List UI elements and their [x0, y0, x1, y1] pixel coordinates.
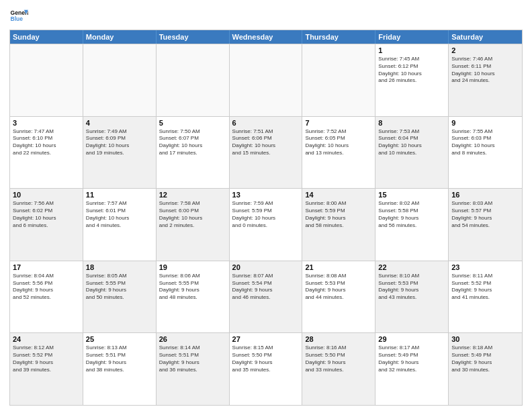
calendar-cell: 21Sunrise: 8:08 AMSunset: 5:53 PMDayligh…	[302, 261, 375, 333]
cell-info: Sunrise: 8:03 AMSunset: 5:57 PMDaylight:…	[451, 200, 519, 229]
weekday-header-friday: Friday	[375, 30, 449, 44]
calendar-cell: 30Sunrise: 8:18 AMSunset: 5:49 PMDayligh…	[449, 333, 522, 405]
day-number: 15	[378, 191, 445, 199]
calendar-cell	[230, 44, 303, 116]
cell-info: Sunrise: 7:59 AMSunset: 5:59 PMDaylight:…	[232, 200, 300, 229]
cell-info: Sunrise: 8:16 AMSunset: 5:50 PMDaylight:…	[305, 345, 372, 373]
calendar-row-4: 24Sunrise: 8:12 AMSunset: 5:52 PMDayligh…	[10, 332, 522, 405]
day-number: 14	[305, 191, 372, 199]
day-number: 26	[159, 335, 226, 343]
calendar-row-2: 10Sunrise: 7:56 AMSunset: 6:02 PMDayligh…	[10, 188, 522, 261]
cell-info: Sunrise: 8:02 AMSunset: 5:58 PMDaylight:…	[378, 200, 445, 229]
cell-info: Sunrise: 7:58 AMSunset: 6:00 PMDaylight:…	[159, 200, 226, 229]
calendar-body: 1Sunrise: 7:45 AMSunset: 6:12 PMDaylight…	[10, 44, 522, 405]
calendar-cell	[10, 44, 83, 116]
calendar-cell: 5Sunrise: 7:50 AMSunset: 6:07 PMDaylight…	[157, 117, 230, 189]
calendar: SundayMondayTuesdayWednesdayThursdayFrid…	[9, 30, 523, 406]
calendar-cell: 10Sunrise: 7:56 AMSunset: 6:02 PMDayligh…	[10, 189, 83, 261]
calendar-cell: 8Sunrise: 7:53 AMSunset: 6:04 PMDaylight…	[375, 117, 449, 189]
day-number: 13	[232, 191, 300, 199]
calendar-cell: 28Sunrise: 8:16 AMSunset: 5:50 PMDayligh…	[302, 333, 375, 405]
cell-info: Sunrise: 8:05 AMSunset: 5:55 PMDaylight:…	[86, 273, 153, 302]
cell-info: Sunrise: 8:11 AMSunset: 5:52 PMDaylight:…	[451, 273, 519, 302]
day-number: 2	[451, 46, 519, 54]
cell-info: Sunrise: 7:51 AMSunset: 6:06 PMDaylight:…	[232, 128, 300, 157]
page-header: General Blue	[9, 7, 523, 26]
day-number: 6	[232, 119, 300, 127]
cell-info: Sunrise: 7:52 AMSunset: 6:05 PMDaylight:…	[305, 128, 372, 157]
day-number: 29	[378, 335, 445, 343]
day-number: 20	[232, 263, 300, 271]
cell-info: Sunrise: 7:46 AMSunset: 6:11 PMDaylight:…	[451, 56, 519, 85]
day-number: 12	[159, 191, 226, 199]
calendar-cell: 25Sunrise: 8:13 AMSunset: 5:51 PMDayligh…	[83, 333, 157, 405]
weekday-header-monday: Monday	[83, 30, 157, 44]
day-number: 16	[451, 191, 519, 199]
calendar-row-3: 17Sunrise: 8:04 AMSunset: 5:56 PMDayligh…	[10, 261, 522, 333]
calendar-cell	[157, 44, 230, 116]
cell-info: Sunrise: 7:56 AMSunset: 6:02 PMDaylight:…	[13, 200, 80, 229]
cell-info: Sunrise: 8:17 AMSunset: 5:49 PMDaylight:…	[378, 345, 445, 373]
cell-info: Sunrise: 7:55 AMSunset: 6:03 PMDaylight:…	[451, 128, 519, 157]
cell-info: Sunrise: 8:13 AMSunset: 5:51 PMDaylight:…	[86, 345, 153, 373]
day-number: 21	[305, 263, 372, 271]
day-number: 28	[305, 335, 372, 343]
cell-info: Sunrise: 8:08 AMSunset: 5:53 PMDaylight:…	[305, 273, 372, 302]
day-number: 23	[451, 263, 519, 271]
cell-info: Sunrise: 8:14 AMSunset: 5:51 PMDaylight:…	[159, 345, 226, 373]
cell-info: Sunrise: 7:49 AMSunset: 6:09 PMDaylight:…	[86, 128, 153, 157]
calendar-cell: 3Sunrise: 7:47 AMSunset: 6:10 PMDaylight…	[10, 117, 83, 189]
cell-info: Sunrise: 8:18 AMSunset: 5:49 PMDaylight:…	[451, 345, 519, 373]
day-number: 11	[86, 191, 153, 199]
calendar-cell: 18Sunrise: 8:05 AMSunset: 5:55 PMDayligh…	[83, 261, 157, 333]
calendar-cell: 16Sunrise: 8:03 AMSunset: 5:57 PMDayligh…	[449, 189, 522, 261]
logo: General Blue	[9, 7, 31, 26]
calendar-cell: 6Sunrise: 7:51 AMSunset: 6:06 PMDaylight…	[230, 117, 303, 189]
calendar-cell: 20Sunrise: 8:07 AMSunset: 5:54 PMDayligh…	[230, 261, 303, 333]
cell-info: Sunrise: 8:04 AMSunset: 5:56 PMDaylight:…	[13, 273, 80, 302]
cell-info: Sunrise: 7:47 AMSunset: 6:10 PMDaylight:…	[13, 128, 80, 157]
day-number: 27	[232, 335, 300, 343]
day-number: 9	[451, 119, 519, 127]
calendar-row-0: 1Sunrise: 7:45 AMSunset: 6:12 PMDaylight…	[10, 44, 522, 116]
cell-info: Sunrise: 8:07 AMSunset: 5:54 PMDaylight:…	[232, 273, 300, 302]
calendar-cell: 12Sunrise: 7:58 AMSunset: 6:00 PMDayligh…	[157, 189, 230, 261]
calendar-cell: 4Sunrise: 7:49 AMSunset: 6:09 PMDaylight…	[83, 117, 157, 189]
day-number: 17	[13, 263, 80, 271]
day-number: 22	[378, 263, 445, 271]
cell-info: Sunrise: 8:00 AMSunset: 5:59 PMDaylight:…	[305, 200, 372, 229]
weekday-header-thursday: Thursday	[302, 30, 375, 44]
day-number: 1	[378, 46, 445, 54]
calendar-cell: 22Sunrise: 8:10 AMSunset: 5:53 PMDayligh…	[375, 261, 449, 333]
calendar-cell: 23Sunrise: 8:11 AMSunset: 5:52 PMDayligh…	[449, 261, 522, 333]
calendar-cell: 14Sunrise: 8:00 AMSunset: 5:59 PMDayligh…	[302, 189, 375, 261]
calendar-cell: 13Sunrise: 7:59 AMSunset: 5:59 PMDayligh…	[230, 189, 303, 261]
logo-icon: General Blue	[9, 7, 28, 26]
calendar-row-1: 3Sunrise: 7:47 AMSunset: 6:10 PMDaylight…	[10, 116, 522, 189]
cell-info: Sunrise: 8:10 AMSunset: 5:53 PMDaylight:…	[378, 273, 445, 302]
day-number: 24	[13, 335, 80, 343]
calendar-cell: 27Sunrise: 8:15 AMSunset: 5:50 PMDayligh…	[230, 333, 303, 405]
calendar-cell: 1Sunrise: 7:45 AMSunset: 6:12 PMDaylight…	[375, 44, 449, 116]
calendar-cell: 26Sunrise: 8:14 AMSunset: 5:51 PMDayligh…	[157, 333, 230, 405]
cell-info: Sunrise: 7:53 AMSunset: 6:04 PMDaylight:…	[378, 128, 445, 157]
calendar-cell: 29Sunrise: 8:17 AMSunset: 5:49 PMDayligh…	[375, 333, 449, 405]
day-number: 19	[159, 263, 226, 271]
day-number: 30	[451, 335, 519, 343]
cell-info: Sunrise: 7:57 AMSunset: 6:01 PMDaylight:…	[86, 200, 153, 229]
weekday-header-saturday: Saturday	[449, 30, 522, 44]
cell-info: Sunrise: 7:50 AMSunset: 6:07 PMDaylight:…	[159, 128, 226, 157]
day-number: 25	[86, 335, 153, 343]
cell-info: Sunrise: 8:06 AMSunset: 5:55 PMDaylight:…	[159, 273, 226, 302]
calendar-cell: 17Sunrise: 8:04 AMSunset: 5:56 PMDayligh…	[10, 261, 83, 333]
cell-info: Sunrise: 8:12 AMSunset: 5:52 PMDaylight:…	[13, 345, 80, 373]
day-number: 5	[159, 119, 226, 127]
calendar-cell: 9Sunrise: 7:55 AMSunset: 6:03 PMDaylight…	[449, 117, 522, 189]
day-number: 10	[13, 191, 80, 199]
cell-info: Sunrise: 8:15 AMSunset: 5:50 PMDaylight:…	[232, 345, 300, 373]
weekday-header-sunday: Sunday	[10, 30, 83, 44]
day-number: 7	[305, 119, 372, 127]
day-number: 4	[86, 119, 153, 127]
calendar-cell: 11Sunrise: 7:57 AMSunset: 6:01 PMDayligh…	[83, 189, 157, 261]
calendar-cell: 24Sunrise: 8:12 AMSunset: 5:52 PMDayligh…	[10, 333, 83, 405]
